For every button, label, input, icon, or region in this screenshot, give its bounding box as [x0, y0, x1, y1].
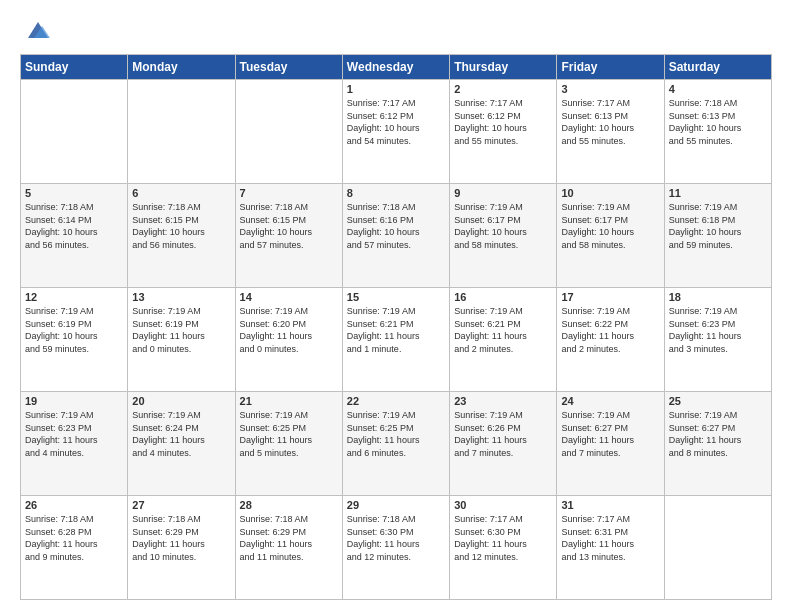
day-info: Sunrise: 7:19 AM Sunset: 6:23 PM Dayligh…	[25, 409, 123, 459]
week-row-5: 26Sunrise: 7:18 AM Sunset: 6:28 PM Dayli…	[21, 496, 772, 600]
day-number: 9	[454, 187, 552, 199]
day-number: 27	[132, 499, 230, 511]
day-info: Sunrise: 7:17 AM Sunset: 6:13 PM Dayligh…	[561, 97, 659, 147]
day-number: 22	[347, 395, 445, 407]
day-number: 25	[669, 395, 767, 407]
day-number: 7	[240, 187, 338, 199]
day-number: 28	[240, 499, 338, 511]
day-number: 31	[561, 499, 659, 511]
calendar-cell: 23Sunrise: 7:19 AM Sunset: 6:26 PM Dayli…	[450, 392, 557, 496]
weekday-header-sunday: Sunday	[21, 55, 128, 80]
day-number: 20	[132, 395, 230, 407]
day-info: Sunrise: 7:18 AM Sunset: 6:15 PM Dayligh…	[132, 201, 230, 251]
calendar-cell: 20Sunrise: 7:19 AM Sunset: 6:24 PM Dayli…	[128, 392, 235, 496]
calendar-table: SundayMondayTuesdayWednesdayThursdayFrid…	[20, 54, 772, 600]
calendar-cell: 29Sunrise: 7:18 AM Sunset: 6:30 PM Dayli…	[342, 496, 449, 600]
calendar-cell: 27Sunrise: 7:18 AM Sunset: 6:29 PM Dayli…	[128, 496, 235, 600]
day-number: 5	[25, 187, 123, 199]
day-info: Sunrise: 7:18 AM Sunset: 6:29 PM Dayligh…	[240, 513, 338, 563]
day-info: Sunrise: 7:19 AM Sunset: 6:21 PM Dayligh…	[347, 305, 445, 355]
day-number: 23	[454, 395, 552, 407]
day-number: 4	[669, 83, 767, 95]
calendar-cell: 9Sunrise: 7:19 AM Sunset: 6:17 PM Daylig…	[450, 184, 557, 288]
weekday-header-thursday: Thursday	[450, 55, 557, 80]
day-number: 1	[347, 83, 445, 95]
day-number: 16	[454, 291, 552, 303]
calendar-cell: 15Sunrise: 7:19 AM Sunset: 6:21 PM Dayli…	[342, 288, 449, 392]
day-number: 29	[347, 499, 445, 511]
day-info: Sunrise: 7:19 AM Sunset: 6:18 PM Dayligh…	[669, 201, 767, 251]
day-info: Sunrise: 7:19 AM Sunset: 6:21 PM Dayligh…	[454, 305, 552, 355]
calendar-cell: 4Sunrise: 7:18 AM Sunset: 6:13 PM Daylig…	[664, 80, 771, 184]
day-info: Sunrise: 7:18 AM Sunset: 6:30 PM Dayligh…	[347, 513, 445, 563]
day-info: Sunrise: 7:19 AM Sunset: 6:23 PM Dayligh…	[669, 305, 767, 355]
calendar-cell: 14Sunrise: 7:19 AM Sunset: 6:20 PM Dayli…	[235, 288, 342, 392]
calendar-cell: 21Sunrise: 7:19 AM Sunset: 6:25 PM Dayli…	[235, 392, 342, 496]
day-info: Sunrise: 7:18 AM Sunset: 6:28 PM Dayligh…	[25, 513, 123, 563]
day-number: 19	[25, 395, 123, 407]
day-info: Sunrise: 7:19 AM Sunset: 6:19 PM Dayligh…	[132, 305, 230, 355]
day-info: Sunrise: 7:18 AM Sunset: 6:15 PM Dayligh…	[240, 201, 338, 251]
day-number: 12	[25, 291, 123, 303]
day-info: Sunrise: 7:19 AM Sunset: 6:27 PM Dayligh…	[561, 409, 659, 459]
day-number: 17	[561, 291, 659, 303]
calendar-cell: 18Sunrise: 7:19 AM Sunset: 6:23 PM Dayli…	[664, 288, 771, 392]
day-number: 21	[240, 395, 338, 407]
calendar-cell: 31Sunrise: 7:17 AM Sunset: 6:31 PM Dayli…	[557, 496, 664, 600]
day-number: 11	[669, 187, 767, 199]
calendar-cell: 8Sunrise: 7:18 AM Sunset: 6:16 PM Daylig…	[342, 184, 449, 288]
day-info: Sunrise: 7:19 AM Sunset: 6:17 PM Dayligh…	[454, 201, 552, 251]
calendar-cell: 6Sunrise: 7:18 AM Sunset: 6:15 PM Daylig…	[128, 184, 235, 288]
calendar-cell: 13Sunrise: 7:19 AM Sunset: 6:19 PM Dayli…	[128, 288, 235, 392]
calendar-cell: 1Sunrise: 7:17 AM Sunset: 6:12 PM Daylig…	[342, 80, 449, 184]
day-info: Sunrise: 7:19 AM Sunset: 6:25 PM Dayligh…	[347, 409, 445, 459]
calendar-cell: 24Sunrise: 7:19 AM Sunset: 6:27 PM Dayli…	[557, 392, 664, 496]
weekday-header-wednesday: Wednesday	[342, 55, 449, 80]
page: SundayMondayTuesdayWednesdayThursdayFrid…	[0, 0, 792, 612]
calendar-cell: 19Sunrise: 7:19 AM Sunset: 6:23 PM Dayli…	[21, 392, 128, 496]
day-number: 24	[561, 395, 659, 407]
calendar-cell	[235, 80, 342, 184]
day-info: Sunrise: 7:19 AM Sunset: 6:27 PM Dayligh…	[669, 409, 767, 459]
calendar-cell: 28Sunrise: 7:18 AM Sunset: 6:29 PM Dayli…	[235, 496, 342, 600]
day-info: Sunrise: 7:18 AM Sunset: 6:14 PM Dayligh…	[25, 201, 123, 251]
day-number: 26	[25, 499, 123, 511]
weekday-header-saturday: Saturday	[664, 55, 771, 80]
day-info: Sunrise: 7:19 AM Sunset: 6:17 PM Dayligh…	[561, 201, 659, 251]
day-info: Sunrise: 7:19 AM Sunset: 6:20 PM Dayligh…	[240, 305, 338, 355]
day-info: Sunrise: 7:17 AM Sunset: 6:12 PM Dayligh…	[454, 97, 552, 147]
week-row-2: 5Sunrise: 7:18 AM Sunset: 6:14 PM Daylig…	[21, 184, 772, 288]
day-info: Sunrise: 7:19 AM Sunset: 6:24 PM Dayligh…	[132, 409, 230, 459]
calendar-cell	[664, 496, 771, 600]
day-info: Sunrise: 7:18 AM Sunset: 6:29 PM Dayligh…	[132, 513, 230, 563]
week-row-4: 19Sunrise: 7:19 AM Sunset: 6:23 PM Dayli…	[21, 392, 772, 496]
calendar-cell: 2Sunrise: 7:17 AM Sunset: 6:12 PM Daylig…	[450, 80, 557, 184]
day-number: 2	[454, 83, 552, 95]
weekday-header-tuesday: Tuesday	[235, 55, 342, 80]
day-number: 13	[132, 291, 230, 303]
day-info: Sunrise: 7:18 AM Sunset: 6:13 PM Dayligh…	[669, 97, 767, 147]
weekday-header-friday: Friday	[557, 55, 664, 80]
day-number: 10	[561, 187, 659, 199]
calendar-cell: 22Sunrise: 7:19 AM Sunset: 6:25 PM Dayli…	[342, 392, 449, 496]
day-number: 8	[347, 187, 445, 199]
day-info: Sunrise: 7:19 AM Sunset: 6:19 PM Dayligh…	[25, 305, 123, 355]
calendar-cell: 11Sunrise: 7:19 AM Sunset: 6:18 PM Dayli…	[664, 184, 771, 288]
weekday-header-row: SundayMondayTuesdayWednesdayThursdayFrid…	[21, 55, 772, 80]
calendar-cell: 26Sunrise: 7:18 AM Sunset: 6:28 PM Dayli…	[21, 496, 128, 600]
day-info: Sunrise: 7:17 AM Sunset: 6:12 PM Dayligh…	[347, 97, 445, 147]
day-number: 18	[669, 291, 767, 303]
logo-icon	[24, 16, 52, 44]
day-info: Sunrise: 7:19 AM Sunset: 6:26 PM Dayligh…	[454, 409, 552, 459]
calendar-cell: 10Sunrise: 7:19 AM Sunset: 6:17 PM Dayli…	[557, 184, 664, 288]
day-info: Sunrise: 7:19 AM Sunset: 6:25 PM Dayligh…	[240, 409, 338, 459]
day-info: Sunrise: 7:18 AM Sunset: 6:16 PM Dayligh…	[347, 201, 445, 251]
calendar-cell	[21, 80, 128, 184]
calendar-cell: 5Sunrise: 7:18 AM Sunset: 6:14 PM Daylig…	[21, 184, 128, 288]
header	[20, 16, 772, 44]
calendar-cell: 25Sunrise: 7:19 AM Sunset: 6:27 PM Dayli…	[664, 392, 771, 496]
day-number: 6	[132, 187, 230, 199]
week-row-1: 1Sunrise: 7:17 AM Sunset: 6:12 PM Daylig…	[21, 80, 772, 184]
day-number: 14	[240, 291, 338, 303]
calendar-cell: 17Sunrise: 7:19 AM Sunset: 6:22 PM Dayli…	[557, 288, 664, 392]
